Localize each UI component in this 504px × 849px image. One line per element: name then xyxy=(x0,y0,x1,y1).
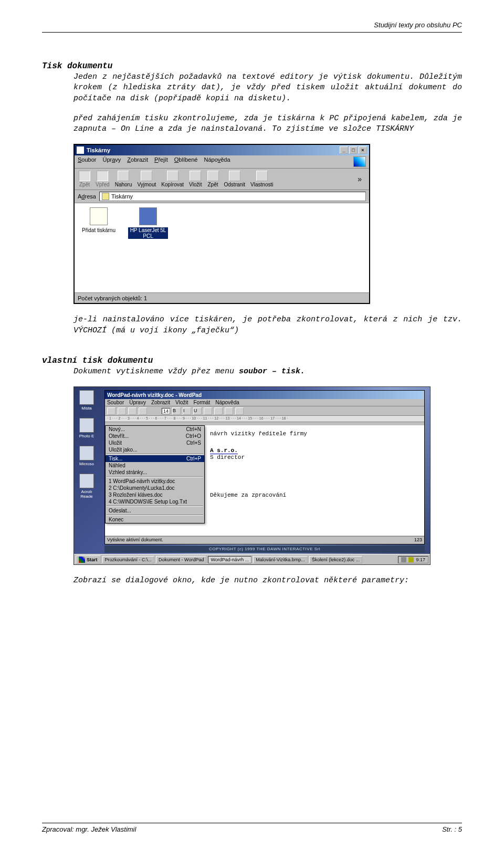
wp-tool-underline[interactable]: U xyxy=(193,407,202,415)
printers-title-icon xyxy=(77,146,84,154)
desk-icon-1[interactable]: Místa xyxy=(76,390,97,411)
wp-tool-save[interactable] xyxy=(128,407,136,415)
wordpad-ruler: · 1 · · · 2 · · · 3 · · · 4 · · · 5 · · … xyxy=(105,416,424,422)
section1-p1: Jeden z nejčastějších požadavků na texto… xyxy=(74,72,462,104)
wordpad-window: WordPad-návrh vizitky.doc - WordPad Soub… xyxy=(104,390,425,544)
printers-window-screenshot: Tiskárny _ □ × Soubor Úpravy Zobrazit Př… xyxy=(74,144,462,304)
file-menu-popup: Nový...Ctrl+N Otevřít...Ctrl+O UložitCtr… xyxy=(105,425,205,523)
close-button[interactable]: × xyxy=(359,146,367,154)
wp-menu-soubor[interactable]: Soubor xyxy=(107,400,124,405)
system-tray[interactable]: 9:17 xyxy=(398,556,428,563)
fm-konec[interactable]: Konec xyxy=(106,516,204,523)
wp-tool-align1[interactable] xyxy=(204,407,212,415)
wp-font-size[interactable]: 14 xyxy=(162,408,170,414)
cut-button[interactable]: Vyjmout xyxy=(138,171,156,187)
fm-ulozit-jako[interactable]: Uložit jako... xyxy=(106,446,204,453)
task-skoleni[interactable]: Školení (lekce2).doc ... xyxy=(309,556,363,563)
wp-tool-italic[interactable]: I xyxy=(183,407,191,415)
doc-line4: Děkujeme za zpracování xyxy=(210,492,419,498)
section3-p1: Dokument vytiskneme vždy přez menu soubo… xyxy=(74,366,462,377)
menu-oblibene[interactable]: Oblíbené xyxy=(174,156,198,167)
task-wordpad2[interactable]: WordPad-návrh ... xyxy=(208,556,251,563)
wp-menu-napoveda[interactable]: Nápověda xyxy=(215,400,239,405)
wp-menu-vlozit[interactable]: Vložit xyxy=(175,400,188,405)
tray-clock: 9:17 xyxy=(416,557,425,562)
address-bar: Adresa Tiskárny xyxy=(75,190,369,203)
wp-tool-align2[interactable] xyxy=(214,407,223,415)
fm-recent4[interactable]: 4 C:\WINDOWS\IE Setup Log.Txt xyxy=(106,498,204,505)
address-field[interactable]: Tiskárny xyxy=(99,192,366,201)
tray-icon xyxy=(401,557,406,562)
tray-icon2 xyxy=(408,557,414,562)
task-explorer[interactable]: Prozkoumávání - C:\... xyxy=(102,556,155,563)
wp-menu-upravy[interactable]: Úpravy xyxy=(129,400,146,405)
wp-tool-new[interactable] xyxy=(107,407,116,415)
section3-p1-text: Dokument vytiskneme vždy přez menu xyxy=(74,367,239,376)
wordpad-body[interactable]: Nový...Ctrl+N Otevřít...Ctrl+O UložitCtr… xyxy=(105,425,424,536)
copy-button[interactable]: Kopírovat xyxy=(161,171,184,187)
section2-p: je-li nainstalováno více tiskáren, je po… xyxy=(74,315,462,336)
wp-menu-zobrazit[interactable]: Zobrazit xyxy=(151,400,170,405)
hp-printer-label: HP LaserJet 5L PCL xyxy=(128,227,168,239)
wordpad-statusbar: Vytiskne aktivní dokument. 123 xyxy=(105,536,424,544)
section3-p2: Zobrazí se dialogové okno, kde je nutno … xyxy=(74,575,462,586)
wp-menu-format[interactable]: Formát xyxy=(194,400,211,405)
wordpad-toolbar: 14 B I U xyxy=(105,406,424,416)
wp-status-left: Vytiskne aktivní dokument. xyxy=(107,537,163,543)
header-rule xyxy=(42,32,462,33)
task-paint[interactable]: Malování-Vizitka.bmp... xyxy=(253,556,307,563)
wp-tool-align3[interactable] xyxy=(225,407,233,415)
fm-nahled[interactable]: Náhled xyxy=(106,462,204,469)
add-printer-icon[interactable]: Přidat tiskárnu xyxy=(79,207,119,233)
minimize-button[interactable]: _ xyxy=(340,146,348,154)
fm-ulozit[interactable]: UložitCtrl+S xyxy=(106,439,204,446)
doc-line3: S director xyxy=(210,454,419,460)
wp-status-right: 123 xyxy=(414,537,422,543)
fm-otevrit[interactable]: Otevřít...Ctrl+O xyxy=(106,433,204,439)
properties-button[interactable]: Vlastnosti xyxy=(250,171,273,187)
fm-novy[interactable]: Nový...Ctrl+N xyxy=(106,426,204,433)
up-button[interactable]: Nahoru xyxy=(115,171,132,187)
menu-zobrazit[interactable]: Zobrazit xyxy=(127,156,148,167)
paste-button[interactable]: Vložit xyxy=(189,171,202,187)
footer-left: Zpracoval: mgr. Ježek Vlastimil xyxy=(42,825,136,833)
fm-tisk[interactable]: Tisk...Ctrl+P xyxy=(106,455,204,462)
back-button[interactable]: Zpět xyxy=(79,171,90,187)
copyright-strip: COPYRIGHT (c) 1999 THE DAWN INTERACTIVE … xyxy=(104,546,425,553)
menu-prejit[interactable]: Přejít xyxy=(154,156,168,167)
wp-tool-bullets[interactable] xyxy=(235,407,244,415)
menu-soubor[interactable]: Soubor xyxy=(78,156,96,167)
desktop-icons: Místa Photo E Microso Acrob Reade xyxy=(76,390,101,499)
start-button[interactable]: Start xyxy=(76,555,101,564)
taskbar: Start Prozkoumávání - C:\... Dokument - … xyxy=(74,554,430,564)
forward-button[interactable]: Vpřed xyxy=(96,171,110,187)
desk-icon-2[interactable]: Photo E xyxy=(76,418,97,438)
undo-button[interactable]: Zpět xyxy=(207,171,219,187)
printers-titlebar[interactable]: Tiskárny _ □ × xyxy=(75,145,369,155)
wp-tool-bold[interactable]: B xyxy=(172,407,181,415)
add-printer-glyph-icon xyxy=(90,207,108,225)
wp-tool-open[interactable] xyxy=(118,407,126,415)
windows-logo-icon xyxy=(79,557,85,563)
menu-upravy[interactable]: Úpravy xyxy=(102,156,121,167)
printers-statusbar: Počet vybraných objektů: 1 xyxy=(75,292,369,303)
task-wordpad1[interactable]: Dokument - WordPad xyxy=(156,556,206,563)
fm-vzhled[interactable]: Vzhled stránky... xyxy=(106,469,204,476)
desk-icon-3[interactable]: Microso xyxy=(76,446,97,466)
printers-content-area[interactable]: Přidat tiskárnu HP LaserJet 5L PCL xyxy=(75,203,369,292)
maximize-button[interactable]: □ xyxy=(349,146,358,154)
fm-recent2[interactable]: 2 C:\Dokumenty\Lucka1.doc xyxy=(106,485,204,491)
printers-toolbar: Zpět Vpřed Nahoru Vyjmout Kopírovat Vlož… xyxy=(75,169,369,190)
fm-odeslat[interactable]: Odeslat... xyxy=(106,507,204,514)
desk-icon-4[interactable]: Acrob Reade xyxy=(76,474,97,499)
fm-recent3[interactable]: 3 Rozložení kláves.doc xyxy=(106,491,204,498)
wordpad-titlebar[interactable]: WordPad-návrh vizitky.doc - WordPad xyxy=(105,391,424,399)
menu-napoveda[interactable]: Nápověda xyxy=(204,156,230,167)
wordpad-menubar: Soubor Úpravy Zobrazit Vložit Formát Náp… xyxy=(105,399,424,406)
section3-p1-bold: soubor – tisk. xyxy=(239,367,305,376)
toolbar-more-icon[interactable]: » xyxy=(358,175,365,183)
wp-tool-print[interactable] xyxy=(139,407,147,415)
delete-button[interactable]: Odstranit xyxy=(224,171,246,187)
fm-recent1[interactable]: 1 WordPad-návrh vizitky.doc xyxy=(106,478,204,485)
hp-printer-icon[interactable]: HP LaserJet 5L PCL xyxy=(128,207,168,239)
